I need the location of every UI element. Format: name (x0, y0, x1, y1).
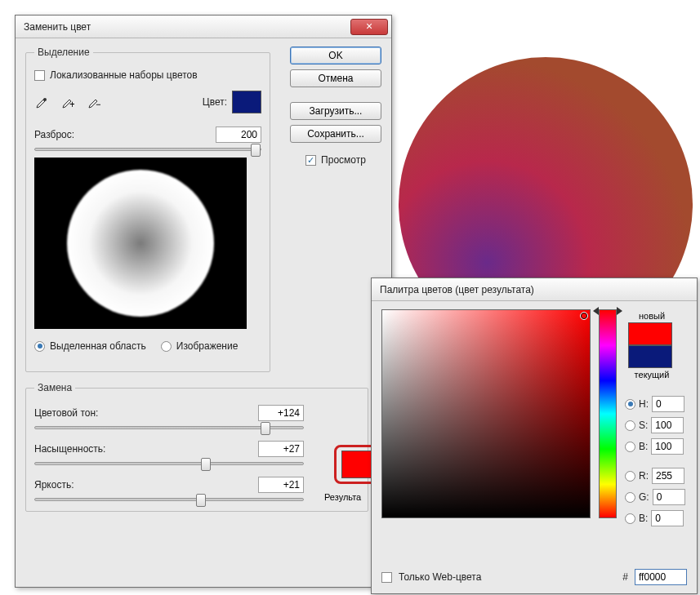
replace-color-dialog: Заменить цвет × OK Отмена Загрузить... С… (15, 15, 392, 588)
r-input[interactable] (652, 468, 684, 484)
fuzziness-slider[interactable] (34, 148, 261, 151)
titlebar[interactable]: Заменить цвет × (16, 16, 391, 38)
sv-cursor[interactable] (580, 312, 588, 320)
r-radio[interactable] (625, 471, 635, 482)
g-radio[interactable] (625, 492, 635, 503)
h-radio[interactable] (625, 399, 635, 410)
preview-mask (67, 170, 214, 317)
new-label: новый (628, 311, 675, 321)
result-label: Результа (324, 492, 361, 502)
sat-label: Насыщенность: (34, 443, 105, 455)
radio-image[interactable] (161, 341, 172, 352)
result-color-swatch[interactable] (341, 451, 374, 478)
svg-text:−: − (96, 99, 100, 109)
b-label: B: (639, 441, 648, 452)
b-radio[interactable] (625, 442, 635, 452)
s-radio[interactable] (625, 420, 635, 431)
saturation-value-field[interactable] (381, 309, 591, 518)
selection-group: Выделение Локализованные наборы цветов +… (25, 47, 270, 372)
g-label: G: (639, 491, 649, 503)
preview-checkbox[interactable] (305, 155, 316, 166)
color-label: Цвет: (203, 96, 227, 108)
eyedropper-minus-icon[interactable]: − (87, 95, 101, 110)
radio-selection[interactable] (34, 341, 45, 352)
b-input[interactable] (651, 438, 684, 455)
bb-label: B: (639, 513, 648, 524)
localized-sets-checkbox[interactable] (34, 70, 45, 81)
cancel-button[interactable]: Отмена (290, 69, 381, 87)
preview-label: Просмотр (321, 154, 366, 166)
picker-titlebar[interactable]: Палитра цветов (цвет результата) (372, 278, 697, 301)
current-color-swatch[interactable] (628, 345, 672, 368)
source-color-swatch[interactable] (232, 91, 261, 113)
r-label: R: (639, 470, 649, 482)
localized-sets-label: Локализованные наборы цветов (50, 69, 198, 81)
new-color-swatch[interactable] (628, 322, 672, 345)
eyedropper-plus-icon[interactable]: + (60, 95, 75, 110)
web-only-checkbox[interactable] (381, 572, 392, 583)
hue-strip[interactable] (599, 309, 617, 518)
hue-slider[interactable] (34, 426, 304, 429)
bb-input[interactable] (651, 510, 684, 526)
light-input[interactable] (258, 477, 304, 493)
current-label: текущий (628, 370, 675, 380)
fuzziness-input[interactable] (216, 127, 261, 143)
replace-legend: Замена (34, 382, 75, 393)
selection-legend: Выделение (34, 47, 93, 58)
close-button[interactable]: × (350, 19, 388, 35)
sat-slider[interactable] (34, 462, 304, 465)
s-input[interactable] (651, 417, 684, 433)
radio-selection-label: Выделенная область (50, 340, 146, 352)
radio-image-label: Изображение (176, 340, 239, 352)
g-input[interactable] (653, 489, 685, 505)
picker-title: Палитра цветов (цвет результата) (380, 284, 693, 295)
light-label: Яркость: (34, 479, 74, 491)
hue-input[interactable] (258, 405, 304, 421)
dialog-title: Заменить цвет (24, 21, 350, 33)
save-button[interactable]: Сохранить... (290, 125, 381, 143)
replace-group: Замена Цветовой тон: Насыщенность: Яркос… (25, 382, 368, 512)
load-button[interactable]: Загрузить... (290, 102, 381, 120)
sat-input[interactable] (258, 441, 304, 457)
hex-input[interactable] (635, 569, 687, 585)
hex-label: # (622, 571, 628, 583)
svg-point-0 (43, 98, 47, 101)
web-only-label: Только Web-цвета (399, 571, 481, 583)
s-label: S: (639, 420, 648, 431)
eyedropper-icon[interactable] (34, 95, 49, 110)
h-label: H: (639, 398, 649, 410)
hue-arrow-left-icon (593, 307, 599, 315)
svg-text:+: + (69, 99, 74, 109)
color-picker-dialog: Палитра цветов (цвет результата) новый т… (371, 278, 698, 594)
light-slider[interactable] (34, 498, 304, 501)
bb-radio[interactable] (625, 513, 635, 524)
hue-arrow-right-icon (617, 307, 622, 315)
fuzziness-label: Разброс: (34, 129, 74, 140)
hue-label: Цветовой тон: (34, 407, 98, 419)
h-input[interactable] (652, 396, 684, 412)
selection-preview (34, 158, 247, 329)
dialog-buttons: OK Отмена Загрузить... Сохранить... Прос… (290, 47, 381, 171)
ok-button[interactable]: OK (290, 47, 381, 64)
